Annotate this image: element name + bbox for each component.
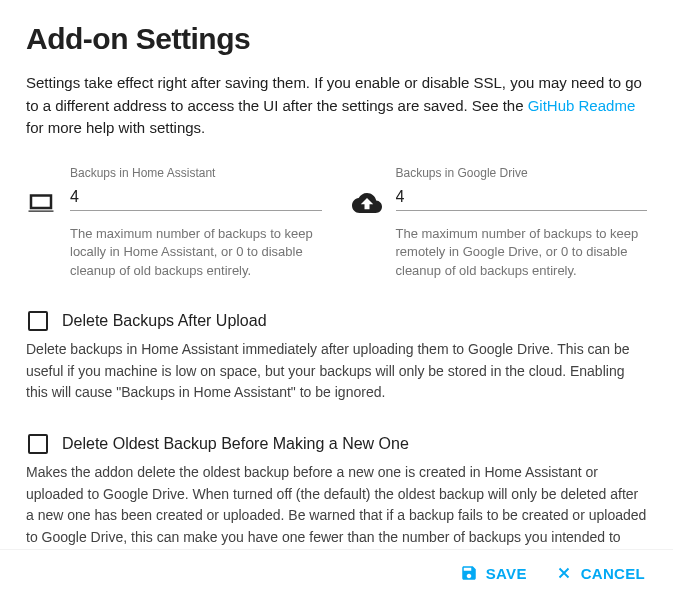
ha-backups-label: Backups in Home Assistant [70,166,322,180]
cloud-upload-icon [352,188,382,222]
drive-backups-input[interactable] [396,186,648,208]
save-button[interactable]: SAVE [460,564,527,582]
intro-text: Settings take effect right after saving … [26,72,647,140]
cancel-button[interactable]: CANCEL [555,564,645,582]
intro-part2: for more help with settings. [26,119,205,136]
delete-after-upload-desc: Delete backups in Home Assistant immedia… [26,339,647,404]
ha-backups-help: The maximum number of backups to keep lo… [70,225,322,282]
dialog-actions: SAVE CANCEL [0,549,673,596]
delete-oldest-checkbox[interactable] [28,434,48,454]
save-icon [460,564,478,582]
page-title: Add-on Settings [26,22,647,56]
drive-backups-label: Backups in Google Drive [396,166,648,180]
drive-backups-help: The maximum number of backups to keep re… [396,225,648,282]
close-icon [555,564,573,582]
ha-backups-input[interactable] [70,186,322,208]
github-readme-link[interactable]: GitHub Readme [528,97,636,114]
save-button-label: SAVE [486,565,527,582]
delete-after-upload-label: Delete Backups After Upload [62,312,267,330]
delete-after-upload-checkbox[interactable] [28,311,48,331]
delete-oldest-label: Delete Oldest Backup Before Making a New… [62,435,409,453]
cancel-button-label: CANCEL [581,565,645,582]
laptop-icon [26,188,56,222]
